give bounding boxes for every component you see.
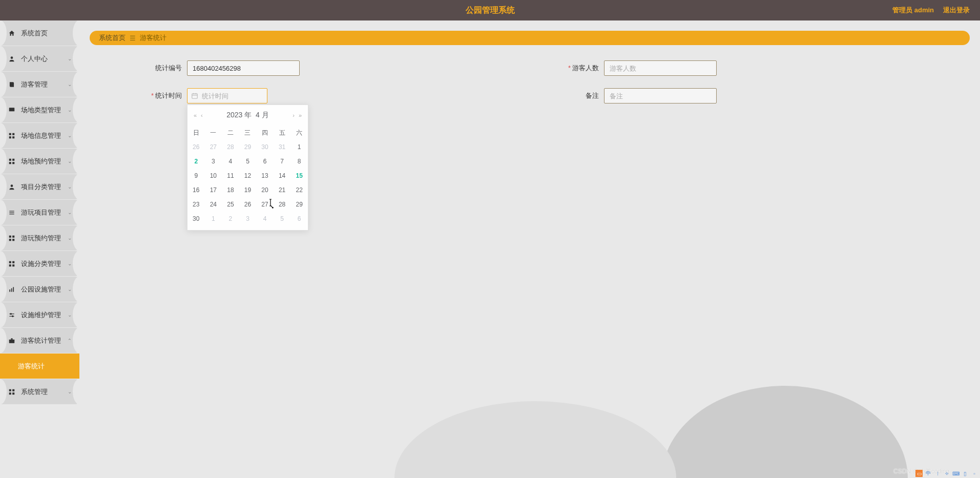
app-title: 公园管理系统 <box>466 5 515 16</box>
current-user-label[interactable]: 管理员 admin <box>892 6 934 15</box>
header-actions: 管理员 admin 退出登录 <box>892 6 970 15</box>
logout-link[interactable]: 退出登录 <box>943 6 970 15</box>
app-header: 公园管理系统 管理员 admin 退出登录 <box>0 0 980 20</box>
